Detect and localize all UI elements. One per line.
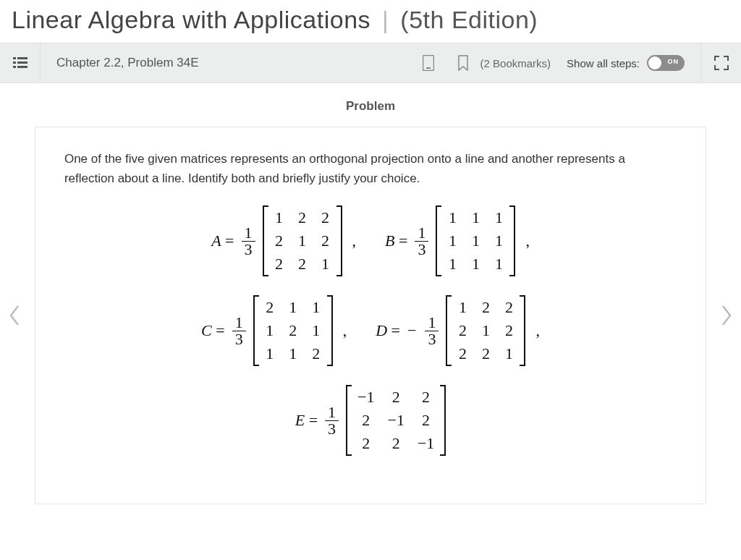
chapter-label: Chapter 2.2, Problem 34E [41,56,199,70]
svg-rect-3 [17,61,27,64]
matrix-row-1: A = 13 122 212 221 , B = 13 [64,205,677,276]
svg-rect-0 [13,57,16,59]
matrix-C: C = 13 211 121 112 , [201,295,347,366]
show-steps-toggle[interactable]: ON [647,55,685,71]
svg-rect-1 [17,57,27,59]
problem-intro: One of the five given matrices represent… [64,149,677,188]
section-title: Problem [0,99,741,114]
fullscreen-button[interactable] [700,43,741,83]
svg-rect-7 [426,67,431,69]
svg-rect-2 [13,61,16,64]
toolbar: Chapter 2.2, Problem 34E (2 Bookmarks) S… [0,43,741,83]
book-edition: (5th Edition) [400,6,538,33]
svg-rect-5 [17,66,27,68]
matrix-A: A = 13 122 212 221 , [211,205,356,276]
math-block: A = 13 122 212 221 , B = 13 [64,205,677,456]
chevron-right-icon [720,305,733,326]
bookmark-icon [457,55,469,71]
menu-button[interactable] [0,43,41,83]
svg-rect-4 [13,66,16,68]
page-title: Linear Algebra with Applications | (5th … [12,6,729,34]
content-row: One of the five given matrices represent… [0,127,741,504]
matrix-D: D = − 13 122 212 221 , [376,295,540,366]
matrix-row-3: E = 13 −122 2−12 22−1 [64,385,677,456]
fullscreen-icon [714,56,729,70]
title-bar: Linear Algebra with Applications | (5th … [0,0,741,43]
chevron-left-icon [8,305,21,326]
show-steps-label: Show all steps: [567,57,640,69]
book-title: Linear Algebra with Applications [12,6,370,33]
hamburger-icon [13,57,27,69]
title-divider: | [382,6,389,33]
matrix-row-2: C = 13 211 121 112 , D = − 13 [64,295,677,366]
bookmarks-count: (2 Bookmarks) [480,57,551,69]
device-icon [423,55,434,71]
problem-card: One of the five given matrices represent… [35,127,706,504]
matrix-B: B = 13 111 111 111 , [385,205,530,276]
next-button[interactable] [712,305,741,326]
toggle-knob [648,56,661,69]
prev-button[interactable] [0,305,29,326]
matrix-E: E = 13 −122 2−12 22−1 [295,385,446,456]
bookmark-button[interactable] [446,43,480,83]
device-button[interactable] [411,43,446,83]
toggle-on-label: ON [668,58,679,65]
